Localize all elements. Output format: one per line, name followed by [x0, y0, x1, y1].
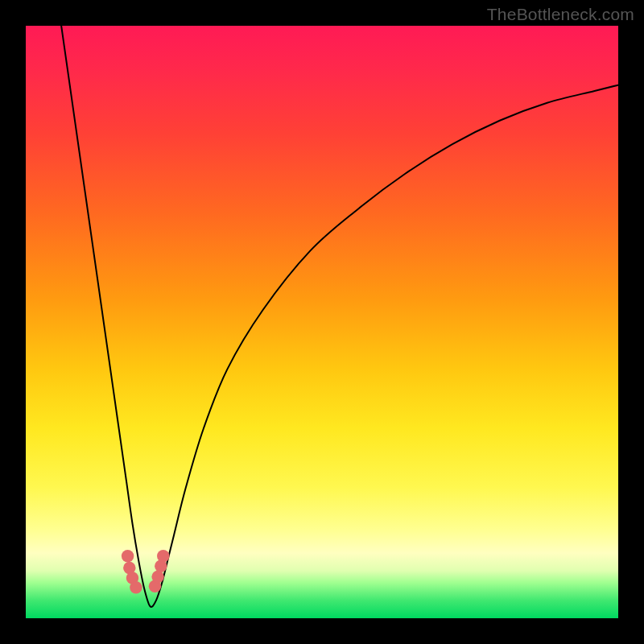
- curve-marker: [122, 550, 134, 562]
- bottleneck-curve: [61, 26, 618, 607]
- curve-marker: [157, 550, 169, 562]
- plot-area: [26, 26, 618, 618]
- watermark-text: TheBottleneck.com: [487, 5, 634, 24]
- chart-frame: TheBottleneck.com: [0, 0, 644, 644]
- curve-marker: [130, 581, 142, 593]
- curve-marker: [151, 571, 163, 583]
- curve-markers: [122, 550, 170, 593]
- curve-layer: [26, 26, 618, 618]
